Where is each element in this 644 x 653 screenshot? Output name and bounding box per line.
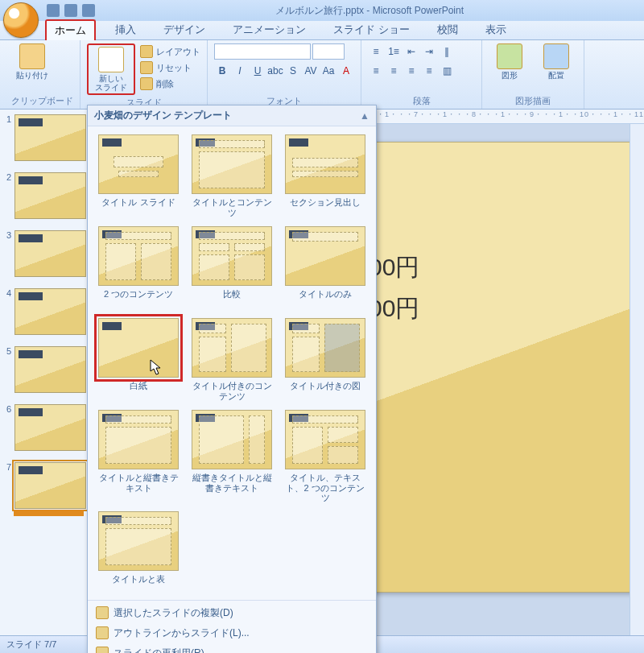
paste-icon (19, 43, 45, 69)
tab-slideshow[interactable]: スライド ショー (325, 20, 418, 39)
font-color-button[interactable]: A (338, 63, 354, 79)
thumb-preview (14, 346, 86, 393)
office-button[interactable] (3, 2, 39, 38)
delete-button[interactable]: 削除 (140, 77, 200, 90)
layout-label: タイトルとコンテンツ (189, 197, 275, 218)
duplicate-slides-item[interactable]: 選択したスライドの複製(D) (93, 604, 371, 622)
indent-dec-button[interactable]: ⇤ (403, 43, 419, 60)
slide-thumbnail[interactable]: 1 (3, 114, 86, 161)
arrange-label: 配置 (548, 71, 564, 80)
indent-inc-button[interactable]: ⇥ (421, 43, 437, 60)
layout-option[interactable]: タイトルと縦書きテキスト (96, 410, 181, 503)
layout-thumb (192, 134, 272, 194)
layout-option[interactable]: タイトル スライド (96, 134, 181, 218)
reuse-slides-item[interactable]: スライドの再利用(R)... (93, 644, 371, 653)
layout-option[interactable]: セクション見出し (283, 134, 368, 218)
thumb-preview (14, 404, 86, 451)
shapes-button[interactable]: 図形 (489, 43, 530, 80)
justify-button[interactable]: ≡ (421, 63, 437, 79)
layout-thumb (98, 134, 179, 194)
layout-option[interactable]: 2 つのコンテンツ (96, 226, 181, 310)
paste-button[interactable]: 貼り付け (11, 43, 53, 80)
delete-label: 削除 (156, 78, 174, 90)
align-left-button[interactable]: ≡ (368, 63, 384, 79)
layout-label: タイトル付きのコンテンツ (189, 381, 275, 402)
layout-button[interactable]: レイアウト (140, 45, 200, 58)
outline-label: アウトラインからスライド(L)... (114, 626, 250, 640)
ribbon-group-clipboard: 貼り付け クリップボード (5, 40, 80, 109)
numbering-button[interactable]: 1≡ (386, 43, 402, 60)
new-slide-label: 新しい スライド (95, 74, 127, 92)
qat-undo-icon[interactable] (64, 4, 77, 17)
layout-option[interactable]: タイトルのみ (283, 226, 368, 310)
tab-review[interactable]: 校閲 (429, 20, 466, 39)
reset-icon (140, 61, 153, 74)
slides-from-outline-item[interactable]: アウトラインからスライド(L)... (93, 624, 371, 643)
bold-button[interactable]: B (214, 63, 230, 79)
layout-thumb (192, 410, 272, 469)
group-label-drawing: 図形描画 (489, 93, 577, 107)
qat-redo-icon[interactable] (82, 4, 95, 17)
tab-view[interactable]: 表示 (477, 20, 514, 39)
layout-label: 比較 (223, 289, 241, 310)
layout-option[interactable]: タイトル付きのコンテンツ (189, 318, 275, 402)
tab-insert[interactable]: 挿入 (107, 20, 144, 39)
layout-option[interactable]: タイトル、テキスト、2 つのコンテンツ (283, 410, 368, 503)
thumb-preview (14, 288, 86, 335)
slide-thumbnail[interactable]: 3 (3, 230, 86, 277)
underline-button[interactable]: U (250, 63, 266, 79)
slide-thumbnail[interactable]: 5 (3, 346, 86, 393)
line-spacing-button[interactable]: ‖ (439, 43, 455, 60)
qat-save-icon[interactable] (47, 4, 60, 17)
layout-thumb (192, 318, 272, 378)
layout-option[interactable]: タイトルと表 (96, 511, 181, 595)
title-bar: メルボルン旅行.pptx - Microsoft PowerPoint (0, 0, 644, 21)
layout-option[interactable]: 比較 (189, 226, 275, 310)
slide-thumbnail[interactable]: 6 (3, 404, 86, 451)
tab-animation[interactable]: アニメーション (225, 20, 314, 39)
layout-label: 2 つのコンテンツ (104, 289, 173, 310)
slide-thumbnail[interactable]: 7 (3, 462, 86, 509)
vertical-scrollbar[interactable] (630, 124, 644, 635)
change-case-button[interactable]: Aa (320, 63, 336, 79)
thumb-number: 4 (3, 288, 11, 335)
columns-button[interactable]: ▥ (439, 63, 455, 79)
align-center-button[interactable]: ≡ (386, 63, 402, 79)
arrange-button[interactable]: 配置 (535, 43, 577, 80)
thumb-number: 6 (3, 404, 11, 451)
layout-thumb (285, 318, 365, 378)
thumb-preview (14, 230, 86, 277)
font-name-combo[interactable] (214, 43, 311, 60)
layout-option[interactable]: 縦書きタイトルと縦書きテキスト (189, 410, 275, 503)
slide-thumbnail[interactable]: 2 (3, 172, 86, 219)
slide-thumbnail-pane[interactable]: 1234567 (0, 110, 90, 635)
layout-label: セクション見出し (290, 197, 361, 218)
new-slide-layout-gallery: 小麦畑のデザイン テンプレート ▲ タイトル スライドタイトルとコンテンツセクシ… (87, 105, 377, 653)
strike-button[interactable]: abc (267, 63, 283, 79)
quick-access-toolbar (47, 4, 95, 17)
ribbon-group-font: B I U abc S AV Aa A フォント (208, 40, 361, 109)
delete-icon (140, 77, 153, 90)
tab-home[interactable]: ホーム (45, 19, 96, 40)
ribbon-group-drawing: 図形 配置 図形描画 (482, 40, 584, 109)
ribbon: 貼り付け クリップボード 新しい スライド レイアウト リセット 削除 スライド (0, 40, 644, 110)
gallery-scroll-up-icon[interactable]: ▲ (360, 110, 369, 122)
layout-option[interactable]: タイトルとコンテンツ (189, 134, 275, 218)
layout-label: 縦書きタイトルと縦書きテキスト (189, 473, 275, 494)
font-size-combo[interactable] (312, 43, 345, 60)
layout-thumb (285, 134, 365, 194)
italic-button[interactable]: I (232, 63, 248, 79)
reset-button[interactable]: リセット (140, 61, 200, 74)
tab-design[interactable]: デザイン (155, 20, 213, 39)
slide-thumbnail[interactable]: 4 (3, 288, 86, 335)
new-slide-button[interactable]: 新しい スライド (90, 47, 132, 92)
layout-option[interactable]: タイトル付きの図 (283, 318, 368, 402)
shadow-button[interactable]: S (285, 63, 301, 79)
char-spacing-button[interactable]: AV (303, 63, 319, 79)
thumb-number: 2 (3, 172, 11, 219)
align-right-button[interactable]: ≡ (403, 63, 419, 79)
layout-option[interactable]: 白紙 (96, 318, 181, 402)
bullets-button[interactable]: ≡ (368, 43, 384, 60)
layout-label: 白紙 (130, 381, 147, 402)
layout-label: タイトルのみ (299, 289, 352, 310)
